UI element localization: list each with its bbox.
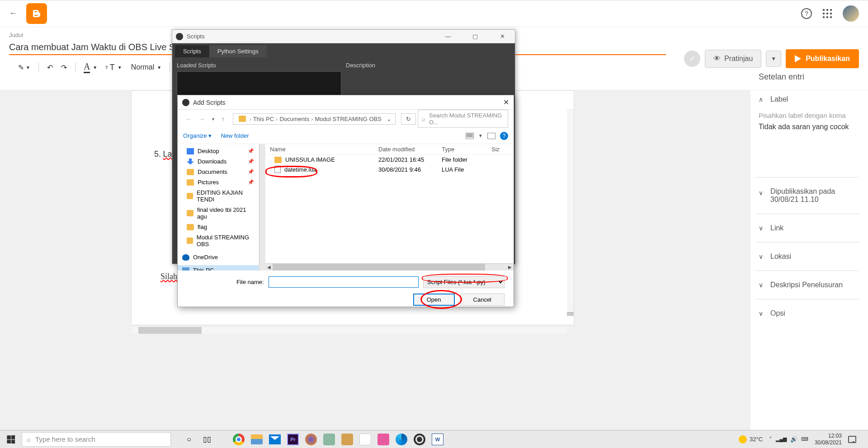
taskbar-explorer-icon[interactable]	[250, 432, 264, 447]
close-button[interactable]: ✕	[493, 33, 511, 40]
nav-up[interactable]: ↑	[219, 114, 227, 124]
tray-network-icon[interactable]: ▂▄▆	[776, 436, 787, 442]
filelist-hscroll[interactable]: ◀ ▶	[265, 263, 514, 271]
save-status-icon: ✓	[684, 51, 700, 67]
sidebar-folder-2[interactable]: final video tbi 2021 agu	[178, 205, 259, 222]
tab-scripts[interactable]: Scripts	[175, 45, 209, 57]
editor-hscroll[interactable]	[132, 327, 567, 334]
nav-forward[interactable]: →	[196, 114, 208, 124]
minimize-button[interactable]: —	[439, 33, 457, 40]
breadcrumb[interactable]: › This PC › Documents › Modul STREAMING …	[233, 113, 396, 125]
redo-button[interactable]: ↷	[61, 63, 67, 72]
back-button[interactable]: ←	[9, 9, 17, 18]
sidebar-downloads[interactable]: Downloads📌	[178, 156, 259, 167]
taskbar-edge-icon[interactable]	[394, 432, 409, 447]
blogger-logo[interactable]	[26, 3, 47, 24]
sidebar-documents[interactable]: Documents📌	[178, 167, 259, 177]
sidebar-onedrive[interactable]: OneDrive	[178, 252, 259, 262]
annotation-circle	[420, 290, 462, 309]
apps-icon[interactable]	[823, 9, 832, 18]
sidebar-scrollbar[interactable]	[259, 144, 265, 271]
new-folder-button[interactable]: New folder	[221, 132, 249, 139]
dialog-close-button[interactable]: ✕	[503, 98, 509, 107]
app-header: ← ?	[0, 0, 868, 27]
taskbar-app-icon[interactable]	[376, 432, 391, 447]
obs-titlebar[interactable]: Scripts — ▢ ✕	[172, 30, 515, 43]
cancel-button[interactable]: Cancel	[460, 294, 505, 306]
send-icon	[795, 55, 801, 62]
tray-volume-icon[interactable]: 🔊	[790, 436, 797, 443]
undo-button[interactable]: ↶	[47, 63, 53, 72]
system-tray[interactable]: ˄ ▂▄▆ 🔊 ⌨	[769, 436, 808, 443]
pen-tool[interactable]: ✎ ▼	[18, 63, 30, 72]
preview-pane-button[interactable]	[487, 133, 495, 139]
taskbar-search[interactable]: ⌕ Type here to search	[22, 432, 171, 447]
taskbar-app-icon[interactable]	[340, 432, 354, 447]
editor-vscroll[interactable]	[567, 109, 574, 316]
taskbar-weather[interactable]: 32°C	[739, 435, 763, 443]
search-folder-input[interactable]: ⌕ Search Modul STREAMING O...	[418, 110, 508, 128]
sidebar-folder-4[interactable]: Modul STREAMING OBS	[178, 232, 259, 249]
tab-python-settings[interactable]: Python Settings	[209, 45, 267, 57]
labels-nosuggestion: Tidak ada saran yang cocok	[755, 121, 859, 133]
taskbar-clock[interactable]: 12:03 30/08/2021	[815, 433, 842, 446]
help-icon[interactable]: ?	[801, 8, 812, 19]
options-section[interactable]: ∨Opsi	[755, 303, 859, 324]
link-section[interactable]: ∨Link	[755, 218, 859, 238]
font-size-tool[interactable]: тT▼	[105, 63, 122, 72]
organize-button[interactable]: Organize ▾	[183, 132, 212, 139]
sidebar-folder-3[interactable]: flag	[178, 222, 259, 232]
dialog-titlebar[interactable]: Add Scripts ✕	[178, 95, 514, 110]
start-button[interactable]	[0, 430, 22, 448]
taskbar: ⌕ Type here to search ○ ▯▯ Pr W 32°C ˄ ▂…	[0, 430, 868, 448]
dialog-nav: ← → ▾ ↑ › This PC › Documents › Modul ST…	[178, 110, 514, 128]
search-icon: ⌕	[422, 116, 425, 122]
labels-section[interactable]: ∧Label	[755, 89, 859, 110]
add-scripts-dialog: Add Scripts ✕ ← → ▾ ↑ › This PC › Docume…	[177, 95, 514, 307]
refresh-button[interactable]: ↻	[401, 113, 416, 125]
publish-button[interactable]: Publikasikan	[786, 49, 859, 68]
taskbar-app-icon[interactable]	[358, 432, 373, 447]
preview-dropdown[interactable]: ▼	[766, 51, 781, 67]
avatar[interactable]	[843, 5, 859, 22]
taskbar-firefox-icon[interactable]	[304, 432, 318, 447]
tray-chevron-icon[interactable]: ˄	[769, 436, 772, 443]
sidebar-thispc[interactable]: This PC	[178, 265, 259, 271]
sidebar-pictures[interactable]: Pictures📌	[178, 177, 259, 187]
taskbar-mail-icon[interactable]	[268, 432, 282, 447]
searchdesc-section[interactable]: ∨Deskripsi Penelusuran	[755, 275, 859, 295]
taskbar-app-icon[interactable]	[322, 432, 336, 447]
eye-icon: 👁	[713, 55, 721, 63]
sidebar-desktop[interactable]: Desktop📌	[178, 146, 259, 156]
nav-recent[interactable]: ▾	[209, 115, 217, 123]
paragraph-format[interactable]: Normal ▼	[130, 62, 161, 72]
taskview-icon[interactable]: ▯▯	[200, 432, 214, 447]
taskbar-obs-icon[interactable]	[412, 432, 427, 447]
dialog-sidebar[interactable]: Desktop📌 Downloads📌 Documents📌 Pictures📌…	[178, 144, 259, 271]
post-settings-panel: Setelan entri ∧Label Pisahkan label deng…	[755, 72, 859, 324]
published-section[interactable]: ∨ Dipublikasikan pada 30/08/21 11.10	[755, 181, 859, 210]
nav-back[interactable]: ←	[183, 114, 194, 124]
taskbar-chrome-icon[interactable]	[231, 432, 246, 447]
preview-button[interactable]: 👁 Pratinjau	[705, 50, 761, 68]
folder-icon	[239, 116, 246, 122]
filename-input[interactable]	[269, 276, 419, 288]
cortana-icon[interactable]: ○	[182, 432, 196, 447]
tray-lang[interactable]: ⌨	[801, 436, 808, 442]
view-mode-button[interactable]	[466, 133, 474, 139]
help-button[interactable]: ?	[500, 132, 508, 140]
maximize-button[interactable]: ▢	[466, 33, 484, 40]
dialog-bottom: File name: Script Files (*.lua *.py) Ope…	[178, 271, 514, 311]
obs-icon	[182, 99, 189, 106]
taskbar-premiere-icon[interactable]: Pr	[286, 432, 300, 447]
sidebar-folder-1[interactable]: EDITING KAJIAN TENDI	[178, 187, 259, 205]
file-list[interactable]: Name Date modified Type Siz UNISSULA IMA…	[265, 144, 514, 271]
file-row[interactable]: UNISSULA IMAGE 22/01/2021 16:45 File fol…	[265, 155, 514, 164]
loaded-scripts-list[interactable]	[177, 71, 341, 98]
breadcrumb-dropdown[interactable]: ⌄	[387, 116, 392, 122]
font-tool[interactable]: A▼	[84, 61, 97, 73]
notifications-icon[interactable]: ▾	[848, 436, 856, 443]
taskbar-word-icon[interactable]: W	[430, 432, 445, 447]
location-section[interactable]: ∨Lokasi	[755, 246, 859, 267]
file-list-header[interactable]: Name Date modified Type Siz	[265, 144, 514, 155]
